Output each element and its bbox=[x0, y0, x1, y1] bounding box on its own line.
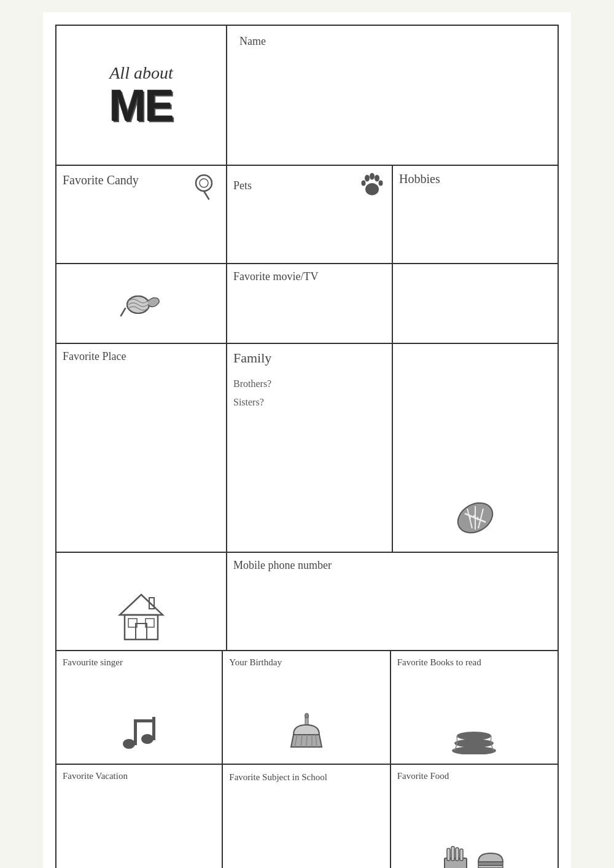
svg-rect-45 bbox=[460, 849, 463, 861]
family-box: Family Brothers? Sisters? bbox=[227, 344, 393, 553]
svg-point-3 bbox=[365, 175, 370, 182]
fav-food-label: Favorite Food bbox=[397, 771, 551, 781]
hobbies-box: Hobbies bbox=[393, 166, 559, 264]
svg-point-7 bbox=[379, 181, 383, 186]
svg-point-32 bbox=[305, 713, 308, 718]
row1: All about ME Name bbox=[55, 25, 559, 166]
all-about-me-title: All about bbox=[109, 63, 173, 84]
music-icon bbox=[118, 714, 161, 751]
food-icon-area bbox=[397, 781, 551, 868]
fav-singer-label: Favourite singer bbox=[63, 657, 216, 668]
svg-point-6 bbox=[362, 181, 366, 186]
fav-vacation-box: Favorite Vacation bbox=[55, 765, 223, 868]
fav-place-label: Favorite Place bbox=[63, 350, 220, 363]
hobbies-label: Hobbies bbox=[399, 172, 551, 186]
row2: Favorite Candy Pets bbox=[55, 166, 559, 264]
family-label: Family bbox=[233, 350, 386, 366]
svg-rect-42 bbox=[447, 848, 450, 861]
fav-food-box: Favorite Food bbox=[391, 765, 559, 868]
svg-line-11 bbox=[121, 308, 125, 316]
hobbies-cont bbox=[393, 264, 559, 344]
svg-line-35 bbox=[306, 735, 307, 747]
fav-books-label: Favorite Books to read bbox=[397, 657, 551, 668]
svg-rect-46 bbox=[478, 862, 503, 866]
fav-candy-label: Favorite Candy bbox=[63, 172, 139, 188]
mobile-label: Mobile phone number bbox=[233, 559, 551, 572]
birthday-box: Your Birthday bbox=[223, 651, 391, 765]
books-icon-area bbox=[397, 668, 551, 757]
row3: Favorite movie/TV bbox=[55, 264, 559, 344]
row5: Mobile phone number bbox=[55, 553, 559, 651]
fav-movie-label: Favorite movie/TV bbox=[233, 270, 386, 283]
page: All about ME Name Favorite Candy Pets bbox=[43, 12, 571, 868]
pets-header: Pets bbox=[233, 172, 386, 199]
svg-rect-44 bbox=[456, 848, 459, 861]
football-icon bbox=[448, 490, 503, 545]
house-icon bbox=[114, 592, 169, 644]
row4: Favorite Place Family Brothers? Sisters? bbox=[55, 344, 559, 553]
svg-rect-28 bbox=[134, 719, 137, 745]
fav-singer-box: Favourite singer bbox=[55, 651, 223, 765]
fav-place-house bbox=[55, 553, 227, 651]
pets-label: Pets bbox=[233, 179, 252, 192]
name-box: Name bbox=[227, 25, 559, 166]
mobile-box: Mobile phone number bbox=[227, 553, 559, 651]
svg-marker-20 bbox=[120, 595, 163, 615]
music-icon-area bbox=[63, 668, 216, 757]
cake-icon bbox=[285, 711, 328, 754]
svg-point-8 bbox=[365, 183, 379, 195]
fav-candy-box: Favorite Candy bbox=[55, 166, 227, 264]
brothers-label: Brothers? bbox=[233, 378, 386, 389]
fav-books-box: Favorite Books to read bbox=[391, 651, 559, 765]
candy-icon bbox=[120, 285, 163, 322]
svg-point-27 bbox=[141, 734, 154, 744]
svg-point-26 bbox=[123, 739, 135, 749]
lollipop-icon bbox=[190, 172, 220, 201]
svg-point-4 bbox=[370, 173, 375, 180]
fav-vacation-label: Favorite Vacation bbox=[63, 771, 216, 781]
fav-subject-label: Favorite Subject in School bbox=[229, 771, 383, 784]
all-about-me-box: All about ME bbox=[55, 25, 227, 166]
svg-point-39 bbox=[454, 739, 494, 748]
row6: Favourite singer Your Birthday bbox=[55, 651, 559, 765]
svg-rect-30 bbox=[134, 719, 155, 722]
cake-icon-area bbox=[229, 668, 383, 757]
fav-place-box: Favorite Place bbox=[55, 344, 227, 553]
svg-point-1 bbox=[200, 179, 208, 187]
fries-icon bbox=[442, 845, 469, 868]
books-icon bbox=[449, 717, 499, 754]
paw-icon bbox=[359, 172, 386, 199]
fav-movie-box: Favorite movie/TV bbox=[227, 264, 393, 344]
pets-box: Pets bbox=[227, 166, 393, 264]
row7: Favorite Vacation Favorite Subject in Sc… bbox=[55, 765, 559, 868]
all-about-me-me: ME bbox=[109, 84, 173, 128]
birthday-label: Your Birthday bbox=[229, 657, 383, 668]
name-label: Name bbox=[239, 35, 545, 48]
svg-point-5 bbox=[375, 175, 379, 182]
sisters-label: Sisters? bbox=[233, 397, 386, 408]
fav-subject-box: Favorite Subject in School bbox=[223, 765, 391, 868]
svg-point-40 bbox=[457, 732, 491, 740]
hobbies-football bbox=[393, 344, 559, 553]
svg-rect-43 bbox=[451, 846, 454, 861]
svg-point-0 bbox=[196, 175, 212, 191]
burger-icon bbox=[475, 848, 506, 868]
fav-candy-icon-area bbox=[55, 264, 227, 344]
svg-line-2 bbox=[204, 191, 209, 199]
